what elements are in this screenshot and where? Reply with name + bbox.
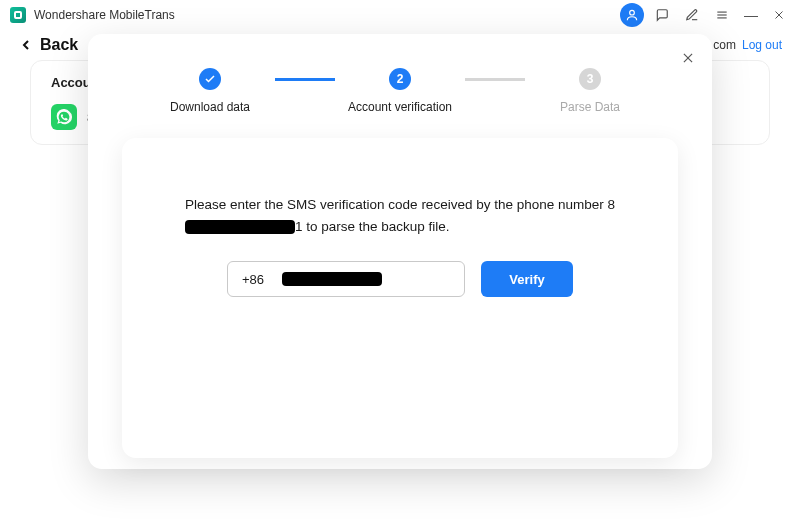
instruction-pre: Please enter the SMS verification code r…: [185, 197, 615, 212]
step-account-verification: 2 Account verification: [335, 68, 465, 114]
step-dot-done: [199, 68, 221, 90]
verification-modal: Download data 2 Account verification 3 P…: [88, 34, 712, 469]
step-dot-active: 2: [389, 68, 411, 90]
step-parse-data: 3 Parse Data: [525, 68, 655, 114]
country-code: +86: [242, 272, 264, 287]
modal-close-icon[interactable]: [678, 48, 698, 68]
step-dot-pending: 3: [579, 68, 601, 90]
modal-backdrop: Download data 2 Account verification 3 P…: [0, 0, 800, 521]
stepper: Download data 2 Account verification 3 P…: [122, 68, 678, 114]
redacted-input-value: [282, 272, 382, 286]
verify-row: +86 Verify: [168, 261, 632, 297]
step-download-data: Download data: [145, 68, 275, 114]
step-label: Account verification: [348, 100, 452, 114]
stepper-line: [465, 78, 525, 81]
step-label: Parse Data: [560, 100, 620, 114]
phone-code-input[interactable]: +86: [227, 261, 465, 297]
verification-card: Please enter the SMS verification code r…: [122, 138, 678, 458]
verify-button[interactable]: Verify: [481, 261, 573, 297]
redacted-phone: [185, 220, 295, 234]
step-label: Download data: [170, 100, 250, 114]
instruction-post: 1 to parse the backup file.: [295, 219, 450, 234]
instruction-text: Please enter the SMS verification code r…: [185, 194, 615, 237]
stepper-line: [275, 78, 335, 81]
